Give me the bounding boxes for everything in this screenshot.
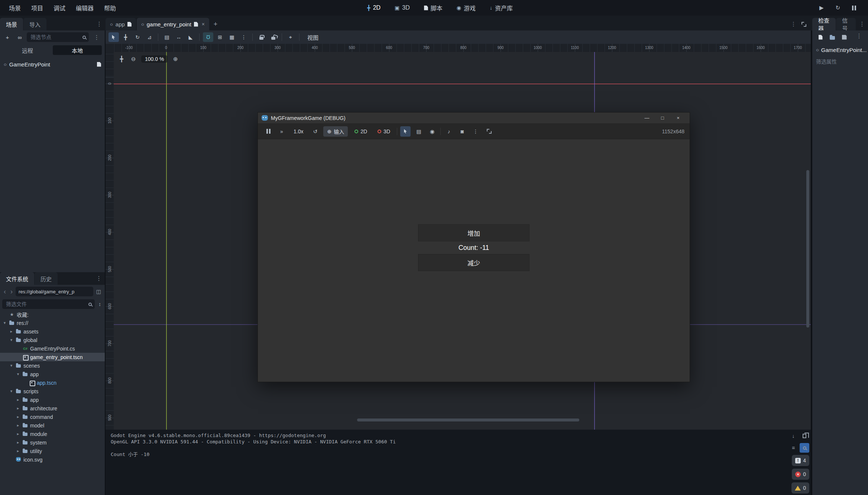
vertical-ruler[interactable]: 0100200300400500600700800900 xyxy=(106,52,114,430)
node-list-button[interactable]: ▤ xyxy=(414,126,424,137)
3d-debug-button[interactable]: 3D xyxy=(374,126,394,137)
fs-tree-item[interactable]: ▸ architecture xyxy=(0,404,105,413)
save-log-button[interactable]: ↓ xyxy=(788,431,798,441)
maximize-button[interactable]: □ xyxy=(655,115,670,121)
fs-tree-item[interactable]: ▸ utility xyxy=(0,447,105,455)
scene-tab-app[interactable]: ○ app xyxy=(106,18,136,30)
errors-badge[interactable]: ×0 xyxy=(792,469,809,480)
fs-tree-item[interactable]: 收藏: xyxy=(0,310,105,319)
game-viewport[interactable]: 增加 Count: -11 减少 xyxy=(258,140,690,382)
mode-3d-button[interactable]: ▣3D xyxy=(392,4,412,12)
menubar-menu-item[interactable]: 帮助 xyxy=(99,0,121,16)
horizontal-ruler[interactable]: -100010020030040050060070080090010001100… xyxy=(114,44,811,52)
expand-arrow-icon[interactable]: ▸ xyxy=(16,414,20,419)
instance-scene-button[interactable]: ∞ xyxy=(14,32,25,42)
nav-forward-icon[interactable]: › xyxy=(9,288,14,296)
visibility-button[interactable]: ◉ xyxy=(427,126,437,137)
tab-history[interactable]: 历史 xyxy=(35,272,58,285)
snap-options-menu-icon[interactable]: ⋮ xyxy=(239,32,249,42)
fs-tree-item[interactable]: ▾ global xyxy=(0,336,105,344)
add-node-button[interactable]: + xyxy=(2,32,13,42)
canvas-vertical-scrollbar[interactable] xyxy=(806,170,809,328)
expand-arrow-icon[interactable]: ▸ xyxy=(16,406,20,411)
zoom-out-button[interactable]: ⊖ xyxy=(129,55,137,63)
scene-tree-menu-icon[interactable]: ⋮ xyxy=(91,34,103,41)
fs-tree-item[interactable]: ▾ res:// xyxy=(0,319,105,327)
path-input[interactable] xyxy=(16,287,93,296)
attached-script-icon[interactable] xyxy=(97,62,101,67)
expand-arrow-icon[interactable]: ▾ xyxy=(9,389,14,394)
game-menu-icon[interactable]: ⋮ xyxy=(470,126,481,137)
tab-filesystem[interactable]: 文件系统 xyxy=(0,272,34,285)
fs-tree-item[interactable]: ▸ app xyxy=(0,395,105,404)
window-titlebar[interactable]: MyGFrameworkGame (DEBUG) — □ × xyxy=(258,113,690,124)
move-tool-button[interactable]: ╋ xyxy=(120,32,131,42)
inspected-node-row[interactable]: ○ GameEntryPoint... xyxy=(812,44,868,56)
load-resource-button[interactable] xyxy=(827,32,838,42)
remote-tab-button[interactable]: 远程 xyxy=(3,45,52,55)
decrease-button[interactable]: 减少 xyxy=(418,254,529,271)
select-tool-button[interactable] xyxy=(108,32,119,42)
fs-tree-item[interactable]: ▸ command xyxy=(0,413,105,421)
skeleton-options-button[interactable]: ⌖ xyxy=(285,32,296,42)
inspector-extra-menu-icon[interactable]: ⋮ xyxy=(853,32,865,39)
messages-badge[interactable]: !4 xyxy=(792,455,809,466)
fs-tree-item[interactable]: ▾ scenes xyxy=(0,361,105,370)
expand-arrow-icon[interactable]: ▾ xyxy=(9,338,14,342)
audio-mute-button[interactable]: ♪ xyxy=(444,126,454,137)
filesystem-menu-icon[interactable]: ⋮ xyxy=(93,275,105,282)
expand-arrow-icon[interactable]: ▸ xyxy=(16,397,20,402)
filter-properties-field[interactable]: 筛选属性 xyxy=(812,56,868,67)
camera-override-button[interactable]: ◙ xyxy=(457,126,467,137)
split-view-icon[interactable]: ◫ xyxy=(95,289,103,294)
reload-button[interactable]: ↻ xyxy=(833,4,842,12)
sort-files-icon[interactable]: ↕ xyxy=(97,301,103,307)
scale-tool-button[interactable]: ⊿ xyxy=(144,32,155,42)
fs-tree-item[interactable]: icon.svg xyxy=(0,455,105,464)
smart-snap-button[interactable]: Ω xyxy=(203,32,213,42)
zoom-in-button[interactable]: ⊕ xyxy=(171,55,179,63)
menubar-menu-item[interactable]: 编辑器 xyxy=(71,0,99,16)
fs-tree-item[interactable]: app.tscn xyxy=(0,378,105,387)
speed-select[interactable]: 1.0x xyxy=(290,126,307,137)
reset-speed-button[interactable]: ↺ xyxy=(310,126,320,137)
fs-tree-item[interactable]: ▾ scripts xyxy=(0,387,105,395)
canvas-horizontal-scrollbar[interactable] xyxy=(357,419,579,421)
save-resource-button[interactable] xyxy=(839,32,849,42)
close-button[interactable]: × xyxy=(670,115,686,121)
mode-assetlib-button[interactable]: ↓资产库 xyxy=(488,3,515,13)
view-menu-button[interactable]: 视图 xyxy=(303,32,323,42)
tab-inspector[interactable]: 检查器 xyxy=(812,18,836,30)
fs-tree-item[interactable]: ▸ assets xyxy=(0,327,105,336)
mode-script-button[interactable]: 脚本 xyxy=(422,3,445,13)
grid-snap-button[interactable]: ⊞ xyxy=(215,32,225,42)
grid-toggle-button[interactable]: ▦ xyxy=(227,32,237,42)
ruler-tool-button[interactable]: ◣ xyxy=(185,32,196,42)
scene-tab-game-entry-point[interactable]: ○ game_entry_point × xyxy=(137,18,209,30)
mode-2d-button[interactable]: ╋2D xyxy=(365,4,383,12)
fs-tree-item[interactable]: ▸ module xyxy=(0,430,105,438)
expand-arrow-icon[interactable]: ▸ xyxy=(16,449,20,453)
filter-files-input[interactable] xyxy=(5,301,86,307)
distraction-free-icon[interactable] xyxy=(801,22,806,27)
fullscreen-button[interactable] xyxy=(484,126,494,137)
filter-nodes-input[interactable] xyxy=(30,34,80,40)
rotate-tool-button[interactable]: ↻ xyxy=(132,32,143,42)
pan-tool-button[interactable]: ↔ xyxy=(174,32,184,42)
menubar-menu-item[interactable]: 项目 xyxy=(26,0,48,16)
zoom-level-label[interactable]: 100.0 % xyxy=(141,55,168,63)
tab-scene-dock[interactable]: 场景 xyxy=(0,18,23,30)
scene-tabs-menu-icon[interactable]: ⋮ xyxy=(791,21,796,27)
2d-debug-button[interactable]: 2D xyxy=(351,126,371,137)
select-mode-button[interactable] xyxy=(400,126,411,137)
tab-import-dock[interactable]: 导入 xyxy=(23,18,46,30)
fs-tree-item[interactable]: ▾ app xyxy=(0,370,105,378)
expand-arrow-icon[interactable]: ▸ xyxy=(9,329,14,334)
left-dock-menu-icon[interactable]: ⋮ xyxy=(93,20,105,27)
increase-button[interactable]: 增加 xyxy=(418,224,529,241)
menubar-menu-item[interactable]: 调试 xyxy=(48,0,71,16)
fs-tree-item[interactable]: ▸ model xyxy=(0,421,105,430)
local-tab-button[interactable]: 本地 xyxy=(53,45,102,55)
expand-arrow-icon[interactable]: ▸ xyxy=(16,423,20,428)
center-view-icon[interactable]: ╋ xyxy=(117,55,126,63)
